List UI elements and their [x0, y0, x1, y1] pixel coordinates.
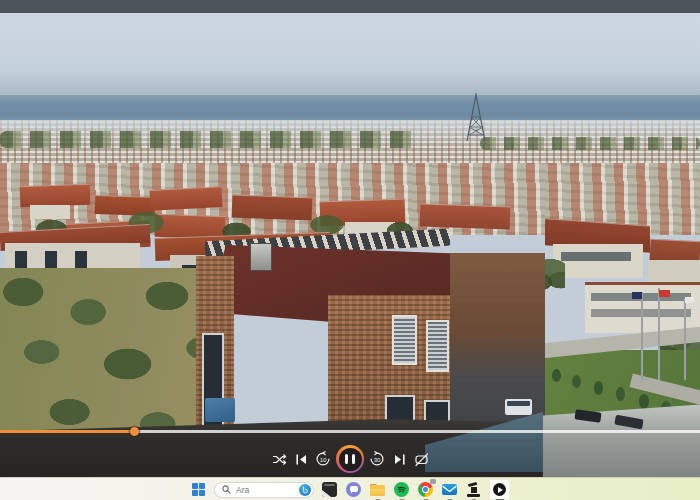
scene-window: [15, 251, 27, 269]
next-button[interactable]: [390, 450, 408, 468]
seek-bar-played: [0, 430, 134, 433]
previous-icon: [294, 452, 309, 467]
skip-back-10-button[interactable]: 10: [314, 450, 332, 468]
bing-icon[interactable]: [299, 484, 311, 496]
dark-utility-app-icon: [467, 483, 481, 497]
villa-shutter-window: [426, 320, 449, 372]
repeat-off-button[interactable]: [412, 450, 430, 468]
teams-chat-icon: [346, 482, 361, 497]
taskbar-app-media-player[interactable]: [489, 479, 510, 500]
svg-text:30: 30: [374, 457, 381, 463]
search-placeholder: Ara: [236, 485, 294, 495]
windows-logo-icon: [192, 483, 206, 497]
taskbar-app-dark-window[interactable]: [321, 481, 338, 498]
desktop: 10 30: [0, 0, 700, 500]
villa-shutter-window: [392, 315, 417, 365]
seek-bar[interactable]: [0, 430, 700, 433]
taskbar-app-teams-chat[interactable]: [345, 481, 362, 498]
taskbar-app-mail[interactable]: [441, 481, 458, 498]
skip-forward-30-icon: 30: [369, 451, 385, 467]
start-button[interactable]: [190, 481, 207, 498]
taskbar-app-spotify[interactable]: [393, 481, 410, 498]
svg-text:10: 10: [320, 457, 327, 463]
scene-white-van: [505, 399, 532, 415]
skip-back-10-icon: 10: [315, 451, 331, 467]
scene-flag-navy: [632, 292, 642, 299]
video-surface[interactable]: 10 30: [0, 13, 700, 477]
scene-tree-band: [0, 131, 420, 148]
search-icon: [222, 485, 231, 494]
lattice-tower: [463, 93, 489, 143]
pause-icon: [352, 454, 355, 464]
mail-icon: [442, 484, 457, 495]
scene-cypress: [552, 369, 561, 382]
seek-bar-knob[interactable]: [130, 427, 139, 436]
scene-tree-band: [480, 137, 700, 150]
scene-cypress: [594, 381, 603, 395]
taskbar-app-file-explorer[interactable]: [369, 481, 386, 498]
shuffle-icon: [272, 452, 287, 467]
taskbar-app-dark-utility[interactable]: [465, 481, 482, 498]
scene-flag-pole: [684, 298, 686, 380]
scene-roof: [20, 184, 91, 207]
repeat-off-icon: [414, 452, 429, 467]
scene-distant-hills: [0, 71, 700, 97]
scene-flag-turkish: [659, 290, 670, 297]
search-box[interactable]: Ara: [214, 482, 314, 498]
scene-blue-tarp: [205, 398, 235, 422]
scene-window: [561, 252, 631, 261]
scene-window: [75, 251, 87, 269]
shuffle-button[interactable]: [270, 450, 288, 468]
window-titlebar[interactable]: [0, 0, 700, 13]
scene-van-windows: [507, 401, 530, 406]
scene-sea: [0, 95, 700, 122]
pause-button[interactable]: [336, 445, 364, 473]
scene-flag-pole: [658, 288, 660, 380]
scene-roof: [420, 203, 511, 229]
taskbar-center-group: Ara: [190, 478, 510, 500]
chrome-icon: [418, 482, 433, 497]
scene-cypress: [572, 375, 581, 388]
transport-controls: 10 30: [270, 445, 430, 473]
villa-chimney: [250, 243, 272, 271]
spotify-icon: [394, 482, 409, 497]
chrome-badge: [430, 479, 436, 484]
scene-cypress: [639, 394, 649, 409]
scene-flag-pole: [641, 292, 643, 380]
scene-flag-white: [685, 297, 694, 303]
skip-forward-30-button[interactable]: 30: [368, 450, 386, 468]
file-explorer-icon: [370, 484, 385, 496]
scene-window: [45, 251, 57, 269]
previous-button[interactable]: [292, 450, 310, 468]
scene-house-wall: [553, 244, 643, 278]
scene-cypress: [616, 387, 625, 401]
taskbar-app-chrome[interactable]: [417, 481, 434, 498]
media-player-icon: [493, 483, 506, 496]
pause-icon: [345, 454, 348, 464]
dark-window-app-icon: [322, 482, 337, 497]
next-icon: [392, 452, 407, 467]
taskbar: Ara: [0, 477, 700, 500]
